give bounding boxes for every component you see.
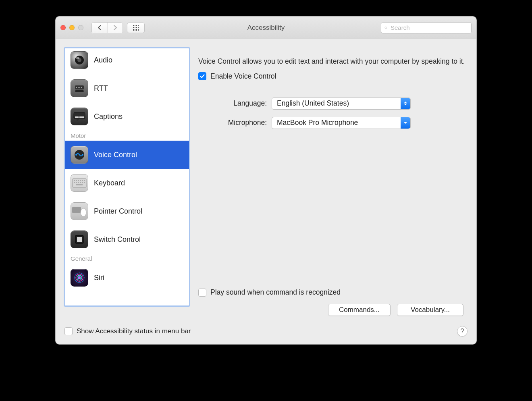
svg-point-4 <box>76 57 79 59</box>
sidebar-item-label: Voice Control <box>94 151 137 159</box>
svg-rect-30 <box>76 184 83 185</box>
svg-rect-31 <box>72 207 81 213</box>
show-all-button[interactable] <box>127 23 145 33</box>
vocabulary-button[interactable]: Vocabulary... <box>397 304 463 316</box>
svg-rect-28 <box>82 182 83 183</box>
updown-arrows-icon <box>401 98 410 109</box>
sidebar-item-switch-control[interactable]: Switch Control <box>65 225 189 253</box>
svg-rect-18 <box>74 180 75 181</box>
sidebar-item-audio[interactable]: Audio <box>65 48 189 74</box>
content-pane: Voice Control allows you to edit text an… <box>198 48 468 322</box>
chevron-left-icon <box>98 25 102 30</box>
svg-line-1 <box>387 28 387 29</box>
svg-rect-12 <box>75 116 79 118</box>
show-status-checkbox[interactable] <box>64 327 73 335</box>
svg-rect-6 <box>75 90 84 92</box>
svg-point-39 <box>78 276 81 279</box>
switch-control-icon <box>71 231 88 248</box>
keyboard-icon <box>71 174 88 192</box>
search-input[interactable] <box>390 24 468 31</box>
check-icon <box>200 73 205 79</box>
svg-point-15 <box>75 154 77 156</box>
enable-voice-control-checkbox[interactable] <box>198 72 206 80</box>
svg-rect-23 <box>84 180 85 181</box>
close-window-button[interactable] <box>60 25 66 30</box>
svg-point-32 <box>81 208 86 216</box>
window-title: Accessibility <box>247 24 285 32</box>
sidebar-item-label: Switch Control <box>94 235 141 244</box>
sidebar-item-label: RTT <box>94 84 108 93</box>
sidebar-item-voice-control[interactable]: Voice Control <box>65 141 189 169</box>
sidebar-heading-motor: Motor <box>65 131 189 141</box>
minimize-window-button[interactable] <box>69 25 75 30</box>
microphone-row: Microphone: MacBook Pro Microphone <box>198 117 468 129</box>
sidebar-item-pointer-control[interactable]: Pointer Control <box>65 197 189 225</box>
search-icon <box>384 25 387 31</box>
window-controls <box>60 25 83 30</box>
svg-rect-25 <box>76 182 77 183</box>
svg-rect-11 <box>74 112 85 119</box>
play-sound-row: Play sound when command is recognized <box>198 283 341 297</box>
svg-point-8 <box>78 87 79 88</box>
sidebar-item-rtt[interactable]: RTT <box>65 74 189 102</box>
microphone-value: MacBook Pro Microphone <box>277 118 358 127</box>
sidebar[interactable]: Audio RTT Captions Motor <box>64 48 189 306</box>
commands-button-label: Commands... <box>339 306 380 314</box>
sidebar-item-label: Siri <box>94 274 104 282</box>
svg-rect-24 <box>74 182 75 183</box>
description-text: Voice Control allows you to edit text an… <box>198 57 468 66</box>
toolbar: Accessibility <box>56 17 476 39</box>
svg-rect-13 <box>79 116 84 118</box>
microphone-label: Microphone: <box>198 118 267 127</box>
svg-point-16 <box>82 154 83 156</box>
help-button[interactable]: ? <box>457 326 468 337</box>
play-sound-checkbox[interactable] <box>198 289 206 297</box>
zoom-window-button <box>78 25 83 30</box>
nav-segment <box>91 22 123 33</box>
svg-rect-27 <box>80 182 81 183</box>
enable-voice-control-row: Enable Voice Control <box>198 72 468 81</box>
svg-rect-20 <box>78 180 79 181</box>
question-mark-icon: ? <box>461 328 464 335</box>
svg-rect-26 <box>78 182 79 183</box>
enable-voice-control-label: Enable Voice Control <box>210 72 276 81</box>
microphone-popup[interactable]: MacBook Pro Microphone <box>272 117 411 129</box>
show-status-label: Show Accessibility status in menu bar <box>77 327 191 335</box>
grid-icon <box>133 25 139 31</box>
forward-button <box>107 23 123 33</box>
svg-rect-19 <box>76 180 77 181</box>
svg-point-10 <box>81 87 82 88</box>
rtt-icon <box>71 79 88 97</box>
siri-icon <box>71 269 88 287</box>
svg-rect-34 <box>77 237 82 242</box>
sidebar-item-label: Pointer Control <box>94 207 142 216</box>
captions-icon <box>71 108 88 125</box>
system-preferences-window: Accessibility Audio RTT <box>55 16 477 345</box>
sidebar-item-label: Audio <box>94 56 112 64</box>
svg-rect-21 <box>80 180 81 181</box>
audio-icon <box>71 51 88 69</box>
sidebar-item-label: Keyboard <box>94 179 125 187</box>
sidebar-item-label: Captions <box>94 112 123 121</box>
sidebar-item-siri[interactable]: Siri <box>65 264 189 292</box>
svg-rect-29 <box>84 182 85 183</box>
language-label: Language: <box>198 99 267 108</box>
sidebar-heading-general: General <box>65 253 189 264</box>
svg-rect-22 <box>82 180 83 181</box>
language-value: English (United States) <box>277 99 349 108</box>
sidebar-item-captions[interactable]: Captions <box>65 102 189 131</box>
sidebar-item-keyboard[interactable]: Keyboard <box>65 169 189 197</box>
chevron-right-icon <box>113 25 117 30</box>
play-sound-label: Play sound when command is recognized <box>210 288 341 297</box>
bottom-buttons: Commands... Vocabulary... <box>328 304 463 316</box>
language-popup[interactable]: English (United States) <box>272 98 411 110</box>
chevron-down-icon <box>401 117 410 129</box>
search-field[interactable] <box>381 22 472 33</box>
svg-point-9 <box>79 87 80 88</box>
commands-button[interactable]: Commands... <box>328 304 391 316</box>
form-rows: Language: English (United States) Microp… <box>198 98 468 129</box>
back-button[interactable] <box>92 23 107 33</box>
voice-control-icon <box>71 146 88 164</box>
language-row: Language: English (United States) <box>198 98 468 110</box>
footer: Show Accessibility status in menu bar ? <box>56 322 476 344</box>
